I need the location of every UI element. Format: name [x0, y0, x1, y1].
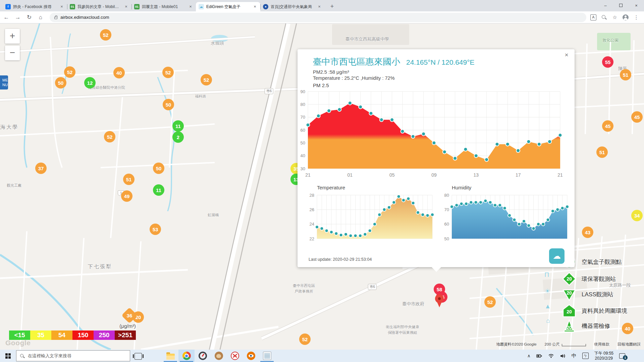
scale-text: 200 公尺: [545, 342, 560, 347]
marker-53[interactable]: 53: [150, 224, 161, 235]
marker-52[interactable]: 52: [201, 74, 212, 85]
minimize-button[interactable]: –: [598, 0, 613, 11]
menu-tab[interactable]: MENU: [0, 75, 8, 89]
marker-value: 37: [38, 166, 44, 171]
battery-icon[interactable]: [536, 353, 542, 359]
browser-tab-4[interactable]: ☁EdiGreen 空氣盒子×: [196, 2, 260, 11]
volume-icon[interactable]: [560, 353, 566, 359]
taskbar-search-input[interactable]: 在這裡輸入文字來搜尋: [16, 350, 130, 361]
marker-12[interactable]: 12: [84, 77, 96, 88]
marker-49[interactable]: 49: [121, 190, 132, 202]
marker-value: 52: [103, 32, 109, 38]
tab-close-icon[interactable]: ×: [123, 4, 129, 9]
file-explorer-taskbar-button[interactable]: [162, 350, 178, 362]
maximize-button[interactable]: [613, 0, 629, 11]
browser-tab-1[interactable]: f肺炎 - Facebook 搜尋×: [3, 2, 67, 11]
legend-label: 機器需檢修: [582, 322, 610, 330]
tab-close-icon[interactable]: ×: [59, 4, 64, 9]
marker-value: 49: [124, 193, 130, 199]
squirrel-taskbar-button[interactable]: [211, 350, 227, 362]
blender-taskbar-button[interactable]: [243, 350, 259, 362]
marker-11[interactable]: 11: [172, 120, 184, 132]
browser-tab-3[interactable]: 01回覆主題 - Mobile01×: [131, 2, 196, 11]
marker-34[interactable]: 34: [631, 210, 643, 221]
legend-pentagon-item[interactable]: 20資料異於周圍環境: [561, 303, 627, 318]
marker-40[interactable]: 40: [622, 323, 633, 334]
marker-55[interactable]: 55: [602, 56, 613, 68]
marker-50[interactable]: 50: [55, 77, 66, 88]
marker-51[interactable]: 51: [123, 174, 135, 185]
marker-11[interactable]: 11: [153, 184, 164, 196]
url-text[interactable]: airbox.edimaxcloud.com: [60, 15, 109, 20]
marker-51[interactable]: 51: [620, 69, 631, 80]
marker-52[interactable]: 52: [104, 131, 115, 142]
browser-menu-icon[interactable]: ⋮: [633, 14, 639, 20]
marker-50[interactable]: 50: [153, 163, 164, 174]
address-bar[interactable]: airbox.edimaxcloud.com: [50, 13, 586, 22]
map-label: 虹揚橋: [208, 213, 219, 218]
svg-text:80: 80: [301, 102, 305, 107]
marker-45[interactable]: 45: [631, 111, 643, 123]
legend-cone-item[interactable]: 20機器需檢修: [561, 318, 610, 334]
tab-list: f肺炎 - Facebook 搜尋×01我參與的文章 - Mobile01×01…: [3, 2, 337, 11]
ime-language-indicator[interactable]: 中: [572, 353, 577, 359]
temperature-chart: 22242628: [302, 191, 435, 244]
zoom-search-icon[interactable]: [601, 14, 607, 20]
edge-taskbar-button[interactable]: [146, 350, 162, 362]
temp-humidity-current: Temperature : 25.2°C ,Humidity : 72%: [313, 75, 575, 81]
marker-52[interactable]: 52: [100, 29, 111, 41]
ime-mode-icon[interactable]: ㄅ: [582, 353, 589, 359]
tab-close-icon[interactable]: ×: [188, 4, 193, 9]
popup-close-icon[interactable]: ×: [563, 51, 570, 59]
marker-43[interactable]: 43: [582, 227, 593, 238]
bookmark-star-icon[interactable]: ☆: [612, 14, 618, 20]
zoom-in-button[interactable]: +: [5, 29, 20, 44]
marker-52[interactable]: 52: [64, 66, 75, 78]
map-scale: 200 公尺: [545, 342, 586, 347]
marker-45[interactable]: 45: [602, 120, 613, 132]
notepad-taskbar-button[interactable]: [259, 350, 275, 362]
tab-close-icon[interactable]: ×: [252, 4, 258, 9]
snip-taskbar-button[interactable]: [227, 350, 243, 362]
browser-tab-2[interactable]: 01我參與的文章 - Mobile01×: [67, 2, 131, 11]
marker-52[interactable]: 52: [162, 67, 174, 78]
new-tab-button[interactable]: +: [327, 2, 337, 11]
tab-close-icon[interactable]: ×: [317, 4, 322, 9]
task-view-taskbar-button[interactable]: [130, 350, 146, 362]
cloud-upload-button[interactable]: ☁: [549, 248, 565, 264]
forward-button[interactable]: →: [13, 12, 23, 22]
tower-poi-icon: ▲: [545, 303, 551, 310]
taskbar-clock[interactable]: 下午 09:55 2020/2/29: [594, 351, 613, 361]
notification-center-icon[interactable]: 1: [619, 353, 625, 359]
tray-chevron-icon[interactable]: ∧: [527, 353, 531, 358]
legend-diamond-item[interactable]: 20環保署觀測站: [561, 271, 616, 287]
report-error-link[interactable]: 回報地圖錯誤: [618, 342, 641, 347]
wifi-icon[interactable]: [548, 353, 554, 358]
back-button[interactable]: ←: [1, 12, 11, 22]
tab-title: 肺炎 - Facebook 搜尋: [13, 4, 57, 10]
zoom-out-button[interactable]: −: [5, 46, 20, 60]
gauge-taskbar-button[interactable]: [195, 350, 211, 362]
marker-50[interactable]: 50: [163, 99, 174, 110]
marker-2[interactable]: 2: [172, 131, 184, 143]
translate-icon[interactable]: A: [590, 14, 596, 20]
marker-value: 45: [634, 114, 640, 120]
home-button[interactable]: ⌂: [36, 12, 46, 22]
marker-40[interactable]: 40: [113, 67, 125, 78]
svg-text:24: 24: [310, 222, 314, 227]
terms-link[interactable]: 使用條款: [594, 342, 609, 347]
browser-tab-5[interactable]: ●首頁|交通部中央氣象局×: [260, 2, 325, 11]
marker-value: 40: [625, 326, 631, 331]
marker-52[interactable]: 52: [299, 334, 311, 345]
marker-37[interactable]: 37: [35, 163, 47, 174]
close-window-button[interactable]: ×: [629, 0, 644, 11]
reload-button[interactable]: ↻: [24, 12, 34, 22]
legend-triangle-item[interactable]: 20LASS觀測站: [561, 287, 613, 302]
marker-51[interactable]: 51: [596, 146, 608, 158]
marker-52[interactable]: 52: [484, 296, 496, 308]
chrome-taskbar-button[interactable]: [178, 350, 195, 362]
profile-avatar[interactable]: [623, 14, 629, 20]
map-viewport[interactable]: 水堀頭臺中市立西苑高級中學敦化公園陳平澄清綜合醫院中港分院海大學福科路觀光工廠虹…: [0, 23, 644, 350]
marker-value: 52: [67, 69, 73, 75]
start-button[interactable]: [0, 350, 16, 362]
